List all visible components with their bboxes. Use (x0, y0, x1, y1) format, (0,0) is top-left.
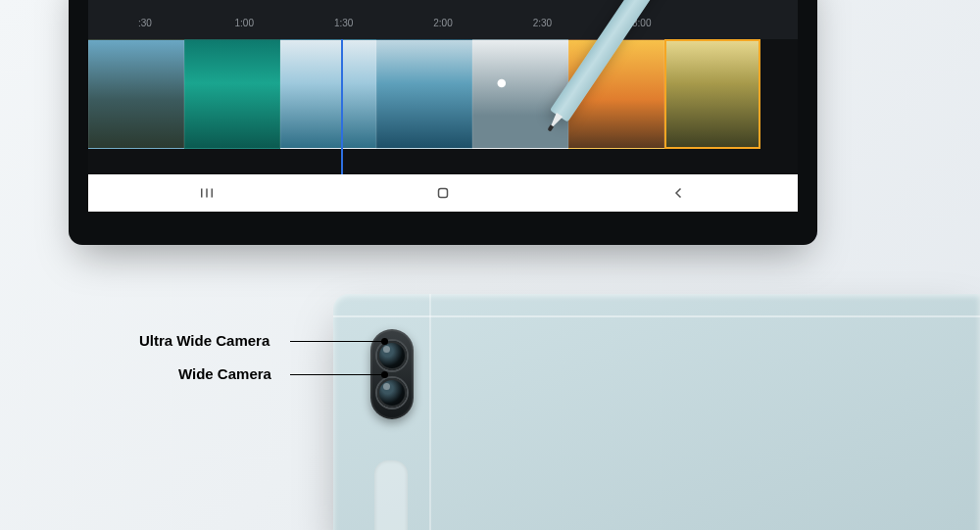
leader-line-wide (290, 374, 384, 375)
clip-sunset-silhouette[interactable] (568, 39, 664, 149)
clip-forest-glow-selected[interactable] (664, 39, 760, 149)
playhead[interactable] (341, 39, 343, 174)
tablet-front-view: 01:35 03:27 26 :30 1:00 (69, 0, 817, 245)
ruler-tick: 1:00 (235, 18, 254, 28)
home-icon[interactable] (434, 184, 452, 202)
ruler-tick: 2:00 (433, 18, 452, 28)
clip-surfer[interactable] (472, 39, 568, 149)
antenna-line-side (429, 294, 431, 530)
ruler-tick: 1:30 (334, 18, 353, 28)
recents-icon[interactable] (198, 184, 216, 202)
android-nav-bar (88, 174, 798, 212)
timeline-strip[interactable] (88, 39, 798, 174)
wide-lens (377, 378, 407, 408)
clip-wave-dark[interactable] (376, 39, 472, 149)
product-marketing-scene: 01:35 03:27 26 :30 1:00 (0, 0, 980, 530)
video-editor-screen: 01:35 03:27 26 :30 1:00 (88, 0, 798, 174)
clip-mountain-lake[interactable] (88, 39, 184, 149)
ultra-wide-lens (377, 341, 407, 370)
tablet-back-view (333, 294, 980, 530)
back-icon[interactable] (670, 184, 688, 202)
s-pen-magnetic-strip (374, 460, 408, 530)
svg-rect-7 (438, 189, 447, 198)
clip-aerial-coast[interactable] (184, 39, 280, 149)
ruler-tick: 3:00 (632, 18, 651, 28)
ruler-tick: 2:30 (533, 18, 552, 28)
label-wide-camera: Wide Camera (178, 365, 271, 382)
clip-wave-light[interactable] (280, 39, 376, 149)
transport-bar: 01:35 03:27 26 (88, 0, 798, 18)
timeline-ruler: :30 1:00 1:30 2:00 2:30 3:00 (88, 18, 798, 39)
label-ultra-wide-camera: Ultra Wide Camera (139, 332, 270, 349)
leader-line-ultra-wide (290, 341, 384, 342)
ruler-tick: :30 (138, 18, 152, 28)
